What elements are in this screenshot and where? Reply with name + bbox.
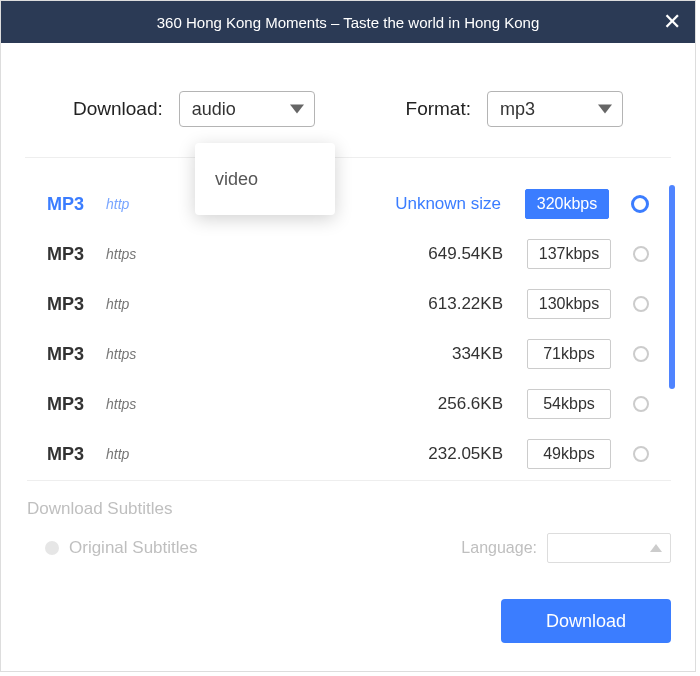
row-bitrate-badge: 320kbps xyxy=(525,189,609,219)
row-radio[interactable] xyxy=(633,246,649,262)
chevron-down-icon xyxy=(598,105,612,114)
dropdown-item-video[interactable]: video xyxy=(215,169,258,190)
language-select[interactable] xyxy=(547,533,671,563)
row-bitrate-badge: 71kbps xyxy=(527,339,611,369)
list-item[interactable]: MP3https649.54KB137kbps xyxy=(25,229,661,279)
row-radio[interactable] xyxy=(633,346,649,362)
row-format: MP3 xyxy=(47,444,102,465)
original-subtitles-radio[interactable] xyxy=(45,541,59,555)
download-type-value: audio xyxy=(192,99,236,120)
download-type-dropdown: video xyxy=(195,143,335,215)
download-button[interactable]: Download xyxy=(501,599,671,643)
scrollbar-thumb[interactable] xyxy=(669,185,675,389)
dialog-title: 360 Hong Kong Moments – Taste the world … xyxy=(157,14,539,31)
row-format: MP3 xyxy=(47,344,102,365)
row-protocol: http xyxy=(106,296,129,312)
format-value: mp3 xyxy=(500,99,535,120)
list-item[interactable]: MP3http232.05KB49kbps xyxy=(25,429,661,479)
row-bitrate-badge: 137kbps xyxy=(527,239,611,269)
row-protocol: http xyxy=(106,196,129,212)
row-bitrate-badge: 130kbps xyxy=(527,289,611,319)
subtitles-title: Download Subtitles xyxy=(27,499,671,519)
download-label: Download: xyxy=(73,98,163,120)
row-bitrate-badge: 54kbps xyxy=(527,389,611,419)
subtitles-section: Download Subtitles Original Subtitles La… xyxy=(27,480,671,563)
format-select[interactable]: mp3 xyxy=(487,91,623,127)
row-format: MP3 xyxy=(47,294,102,315)
row-size: 334KB xyxy=(363,344,503,364)
row-protocol: https xyxy=(106,396,136,412)
list-item[interactable]: MP3http613.22KB130kbps xyxy=(25,279,661,329)
list-item[interactable]: MP3https334KB71kbps xyxy=(25,329,661,379)
subtitles-row: Original Subtitles Language: xyxy=(27,533,671,563)
titlebar: 360 Hong Kong Moments – Taste the world … xyxy=(1,1,695,43)
footer: Download xyxy=(501,599,671,643)
row-bitrate-badge: 49kbps xyxy=(527,439,611,469)
row-radio[interactable] xyxy=(631,195,649,213)
download-type-select[interactable]: audio xyxy=(179,91,315,127)
row-format: MP3 xyxy=(47,394,102,415)
row-format: MP3 xyxy=(47,194,102,215)
row-radio[interactable] xyxy=(633,446,649,462)
row-radio[interactable] xyxy=(633,396,649,412)
row-size: Unknown size xyxy=(361,194,501,214)
format-label: Format: xyxy=(406,98,471,120)
format-list: MP3httpUnknown size320kbpsMP3https649.54… xyxy=(25,179,671,493)
row-protocol: http xyxy=(106,446,129,462)
row-size: 649.54KB xyxy=(363,244,503,264)
row-size: 232.05KB xyxy=(363,444,503,464)
language-label: Language: xyxy=(461,539,537,557)
download-dialog: 360 Hong Kong Moments – Taste the world … xyxy=(0,0,696,672)
row-size: 256.6KB xyxy=(363,394,503,414)
scrollbar[interactable] xyxy=(669,185,675,389)
chevron-down-icon xyxy=(290,105,304,114)
list-item[interactable]: MP3httpUnknown size320kbps xyxy=(25,179,661,229)
chevron-up-icon xyxy=(650,544,662,552)
list-item[interactable]: MP3https256.6KB54kbps xyxy=(25,379,661,429)
close-icon[interactable]: ✕ xyxy=(663,11,681,33)
row-protocol: https xyxy=(106,246,136,262)
row-radio[interactable] xyxy=(633,296,649,312)
row-size: 613.22KB xyxy=(363,294,503,314)
row-format: MP3 xyxy=(47,244,102,265)
row-protocol: https xyxy=(106,346,136,362)
original-subtitles-label: Original Subtitles xyxy=(69,538,198,558)
controls-row: Download: audio Format: mp3 xyxy=(25,43,671,158)
